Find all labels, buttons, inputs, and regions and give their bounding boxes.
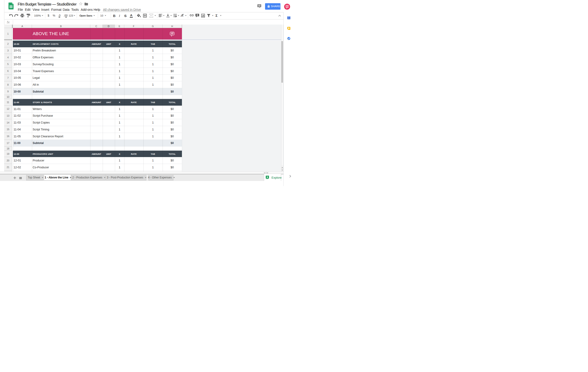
- svg-text:A: A: [182, 14, 183, 17]
- svg-text:31: 31: [288, 17, 290, 19]
